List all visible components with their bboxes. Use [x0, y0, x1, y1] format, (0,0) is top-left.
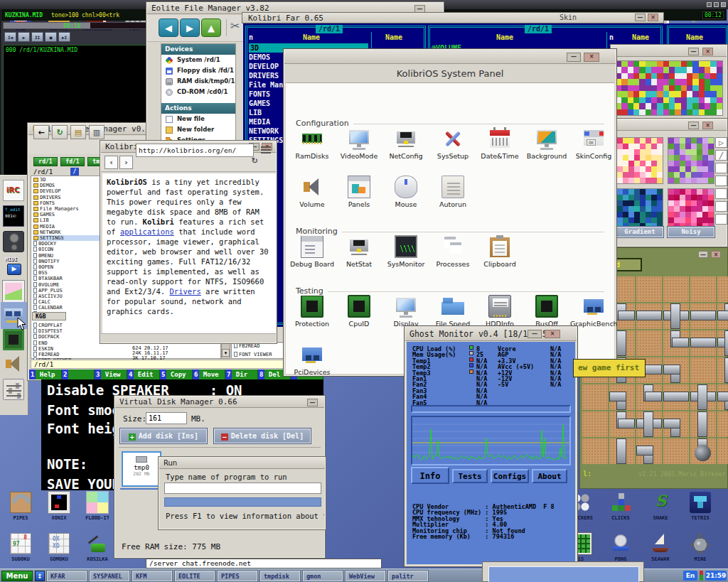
palette-quad-tl[interactable] — [616, 137, 663, 184]
palette-cell[interactable] — [617, 161, 623, 166]
midamp-transport-2[interactable]: II — [31, 32, 43, 42]
palette-cell[interactable] — [657, 144, 663, 149]
pipes-tile[interactable] — [636, 411, 662, 437]
browser-forward-icon[interactable]: › — [119, 156, 133, 169]
palette-cell[interactable] — [621, 91, 627, 97]
palette-cell[interactable] — [657, 172, 663, 178]
palette-cell[interactable] — [657, 155, 663, 161]
eolite-cut-icon[interactable]: ✂ — [230, 19, 240, 33]
palette-slot-5[interactable] — [715, 214, 727, 225]
palette-cell[interactable] — [674, 212, 680, 217]
pipes-tile[interactable] — [690, 330, 716, 356]
palette-cell[interactable] — [669, 73, 675, 79]
palette-cell[interactable] — [646, 97, 651, 103]
palette-cell[interactable] — [668, 195, 674, 200]
palette-cell[interactable] — [621, 103, 627, 109]
taskbar-updown-icon[interactable]: ↕ — [35, 571, 45, 581]
palette-cell[interactable] — [674, 206, 680, 212]
palette-cell[interactable] — [623, 144, 628, 149]
palette-cell[interactable] — [675, 103, 680, 109]
palette-cell[interactable] — [705, 85, 710, 91]
palette-cell[interactable] — [697, 172, 702, 178]
palette-cell[interactable] — [639, 103, 645, 109]
pipes-tile[interactable] — [690, 276, 716, 302]
pipes-tile[interactable] — [609, 384, 635, 410]
pipes-tile[interactable] — [663, 438, 689, 464]
palette-cell[interactable] — [699, 103, 705, 109]
palette-cell[interactable] — [685, 155, 691, 161]
palette-cell[interactable] — [674, 138, 680, 144]
palette-cell[interactable] — [640, 217, 646, 223]
palette-cell[interactable] — [617, 206, 623, 212]
palette-cell[interactable] — [657, 91, 663, 97]
far-item-lib[interactable]: LIB — [249, 108, 262, 117]
kfm-item-3d[interactable]: 3D — [33, 177, 46, 183]
palette-cell[interactable] — [651, 97, 657, 103]
palette-cell[interactable] — [633, 109, 639, 115]
desktop-icon-tetris[interactable]: TETRIS — [681, 492, 719, 533]
palette-cell[interactable] — [668, 206, 674, 212]
palette-cell[interactable] — [702, 189, 708, 195]
pipes-tile[interactable] — [609, 411, 635, 437]
palette-cell[interactable] — [617, 178, 623, 183]
palette-cell[interactable] — [717, 109, 722, 115]
pipes-tile[interactable] — [636, 384, 662, 410]
palette-cell[interactable] — [691, 172, 697, 178]
palette-cell[interactable] — [669, 109, 675, 115]
palette-cell[interactable] — [640, 144, 646, 149]
pipes-tile[interactable] — [717, 357, 728, 383]
palette-cell[interactable] — [633, 61, 639, 67]
palette-cell[interactable] — [685, 144, 691, 149]
syspanel-item-pcidevices[interactable]: PciDevices — [289, 343, 336, 376]
palette-cell[interactable] — [634, 149, 640, 155]
kfm-item-0open[interactable]: 0OPEN — [33, 264, 53, 270]
palette-cell[interactable] — [646, 172, 651, 178]
palette-cell[interactable] — [623, 138, 628, 144]
syspanel-item-debug-board[interactable]: Debug Board — [289, 235, 336, 268]
palette-cell[interactable] — [680, 161, 685, 166]
syspanel-minimize-button[interactable]: — — [567, 53, 581, 62]
palette-cell[interactable] — [628, 206, 634, 212]
palette-cell[interactable] — [717, 103, 722, 109]
palette-cell[interactable] — [675, 61, 680, 67]
kfm-fkey-1[interactable]: 1 Help — [29, 370, 62, 379]
palette-cell[interactable] — [651, 61, 657, 67]
palette-cell[interactable] — [692, 67, 698, 72]
palette-cell[interactable] — [628, 103, 633, 109]
palette-cell[interactable] — [646, 212, 651, 217]
palette-cell[interactable] — [628, 161, 634, 166]
palette-cell[interactable] — [663, 67, 669, 72]
pipes-tile[interactable] — [717, 276, 728, 302]
palette-cell[interactable] — [634, 178, 640, 183]
palette-cell[interactable] — [691, 217, 697, 223]
palette-cell[interactable] — [705, 79, 710, 85]
palette-cell[interactable] — [657, 217, 663, 223]
palette-cell[interactable] — [699, 85, 705, 91]
pipes-tile[interactable] — [582, 411, 608, 437]
taskbar-task-syspanel[interactable]: SYSPANEL — [90, 571, 129, 581]
palette-cell[interactable] — [699, 79, 705, 85]
palette-cell[interactable] — [687, 97, 692, 103]
palette-cell[interactable] — [685, 178, 691, 183]
kfm-item-fb2read[interactable]: FB2READ — [33, 352, 60, 357]
palette-cell[interactable] — [681, 91, 687, 97]
palette-cell[interactable] — [681, 67, 687, 72]
kfm-tab-rd1[interactable]: rd/1 — [33, 157, 58, 166]
palette-cell[interactable] — [687, 91, 692, 97]
palette-cell[interactable] — [705, 97, 710, 103]
palette-cell[interactable] — [621, 97, 627, 103]
palette-cell[interactable] — [657, 73, 663, 79]
syspanel-item-date-time[interactable]: Date&Time — [476, 127, 523, 160]
palette-cell[interactable] — [692, 103, 698, 109]
desktop-icon-clicks[interactable]: CLICKS — [601, 492, 640, 533]
palette-cell[interactable] — [697, 200, 702, 206]
palette-cell[interactable] — [691, 212, 697, 217]
palette-cell[interactable] — [634, 217, 640, 223]
kfm-item-0menu[interactable]: 0MENU — [33, 253, 53, 259]
browser-refresh-icon[interactable]: ↻ — [252, 156, 258, 166]
palette-cell[interactable] — [657, 79, 663, 85]
palette-cell[interactable] — [668, 189, 674, 195]
palette-cell[interactable] — [651, 109, 657, 115]
palette-cell[interactable] — [621, 79, 627, 85]
palette-cell[interactable] — [651, 166, 657, 172]
